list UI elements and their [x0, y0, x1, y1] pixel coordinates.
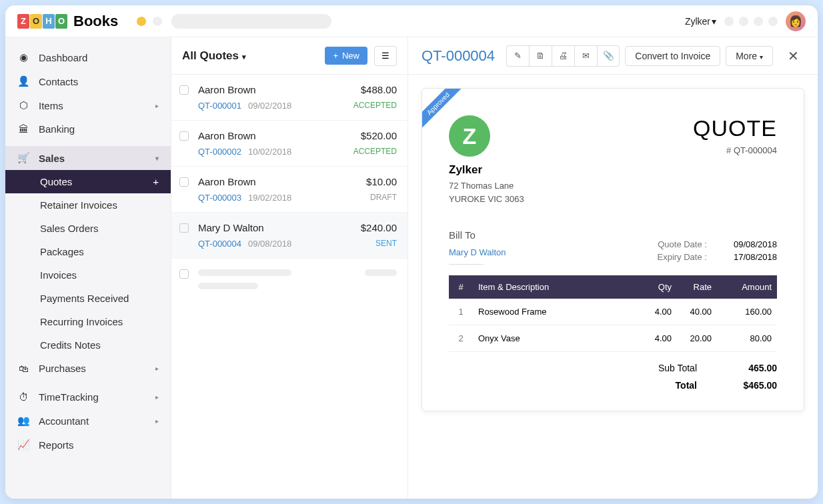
sidebar-item-banking[interactable]: 🏛 Banking	[5, 117, 171, 141]
close-button[interactable]: ✕	[782, 45, 804, 67]
chevron-right-icon: ▸	[155, 417, 159, 425]
close-icon: ✕	[788, 49, 799, 63]
attach-button[interactable]: 📎	[597, 45, 620, 67]
org-switcher[interactable]: Zylker▾	[685, 16, 716, 27]
quote-date-label: Quote Date :	[658, 239, 707, 249]
quote-row[interactable]: Aaron Brown$10.00 QT-00000319/02/2018DRA…	[171, 167, 407, 213]
document-type-heading: QUOTE	[693, 115, 777, 141]
convert-to-invoice-button[interactable]: Convert to Invoice	[625, 46, 720, 66]
header-action[interactable]	[739, 17, 748, 26]
pdf-button[interactable]: 🗎	[529, 45, 552, 67]
hamburger-icon: ☰	[381, 51, 389, 61]
sidebar-item-dashboard[interactable]: ◉ Dashboard	[5, 45, 171, 69]
row-checkbox[interactable]	[179, 131, 189, 141]
detail-header: QT-000004 ✎ 🗎 🖨 ✉ 📎 Convert to Invoice M…	[408, 37, 818, 75]
new-quote-button[interactable]: +New	[325, 47, 367, 65]
header-action[interactable]	[724, 17, 734, 26]
items-icon: ⬡	[17, 99, 29, 111]
list-menu-button[interactable]: ☰	[374, 46, 397, 66]
sidebar-subitem-credit-notes[interactable]: Credits Notes	[5, 333, 171, 357]
global-search[interactable]	[171, 14, 331, 29]
sidebar-subitem-payments-received[interactable]: Payments Received	[5, 287, 171, 310]
cart-icon: 🛒	[17, 152, 29, 164]
list-header: All Quotes ▾ +New ☰	[171, 37, 407, 75]
header-action[interactable]	[768, 17, 778, 26]
sidebar-item-sales[interactable]: 🛒 Sales ▾	[5, 146, 171, 170]
line-items-table: # Item & Description Qty Rate Amount 1 R…	[449, 275, 777, 352]
user-avatar[interactable]: 👩	[786, 11, 806, 31]
sidebar-subitem-sales-orders[interactable]: Sales Orders	[5, 217, 171, 240]
document-number: # QT-000004	[693, 145, 777, 155]
quote-status: ACCEPTED	[353, 101, 397, 111]
bill-to-label: Bill To	[449, 229, 506, 241]
sidebar-subitem-retainer-invoices[interactable]: Retainer Invoices	[5, 193, 171, 217]
quote-document: Approved Z Zylker 72 Thomas Lane YUROKE …	[422, 88, 804, 411]
subtotal-label: Sub Total	[658, 363, 697, 373]
row-checkbox[interactable]	[179, 269, 189, 279]
status-ribbon: Approved	[422, 89, 469, 135]
company-name: Zylker	[449, 163, 524, 177]
item-qty: 4.00	[637, 325, 677, 352]
sidebar-subitem-invoices[interactable]: Invoices	[5, 263, 171, 287]
more-button[interactable]: More ▾	[726, 46, 773, 66]
quote-date-value: 09/08/2018	[734, 239, 777, 249]
sidebar-sub-label: Credits Notes	[40, 339, 101, 351]
email-button[interactable]: ✉	[574, 45, 597, 67]
window-controls	[137, 17, 162, 26]
bill-to-name[interactable]: Mary D Walton	[449, 247, 506, 257]
quote-amount: $520.00	[361, 130, 397, 141]
sidebar: ◉ Dashboard 👤 Contacts ⬡ Items ▸ 🏛 Banki…	[5, 37, 171, 499]
sidebar-subitem-packages[interactable]: Packages	[5, 240, 171, 263]
item-name: Rosewood Frame	[473, 299, 637, 325]
item-amount: 80.00	[717, 325, 777, 352]
sidebar-sub-label: Quotes	[40, 176, 72, 187]
sidebar-item-purchases[interactable]: 🛍 Purchases ▸	[5, 357, 171, 380]
chevron-right-icon: ▸	[155, 102, 159, 109]
sidebar-sub-label: Invoices	[40, 269, 77, 281]
file-icon: 🗎	[536, 51, 545, 61]
header-action[interactable]	[754, 17, 763, 26]
sidebar-item-reports[interactable]: 📈 Reports	[5, 433, 171, 457]
item-rate: 20.00	[677, 325, 717, 352]
sidebar-item-accountant[interactable]: 👥 Accountant ▸	[5, 409, 171, 433]
caret-down-icon: ▾	[242, 53, 246, 61]
add-icon[interactable]: +	[153, 176, 159, 187]
quote-id: QT-000004	[198, 239, 241, 249]
sidebar-item-timetracking[interactable]: ⏱ TimeTracking ▸	[5, 385, 171, 409]
total-value: $465.00	[730, 380, 777, 391]
quote-amount: $10.00	[366, 176, 397, 187]
row-checkbox[interactable]	[179, 177, 189, 187]
edit-button[interactable]: ✎	[506, 45, 529, 67]
list-title[interactable]: All Quotes ▾	[182, 49, 246, 63]
clock-icon: ⏱	[17, 391, 29, 403]
col-item: Item & Description	[473, 275, 637, 299]
row-checkbox[interactable]	[179, 85, 189, 95]
item-qty: 4.00	[637, 299, 677, 325]
col-qty: Qty	[637, 275, 677, 299]
caret-down-icon: ▾	[712, 16, 716, 27]
sidebar-label: TimeTracking	[39, 391, 99, 403]
pencil-icon: ✎	[514, 51, 522, 61]
sidebar-label: Reports	[39, 439, 74, 451]
sidebar-sub-label: Sales Orders	[40, 223, 99, 234]
sidebar-sub-label: Packages	[40, 246, 84, 257]
print-button[interactable]: 🖨	[552, 45, 574, 67]
customer-name: Aaron Brown	[198, 176, 256, 187]
quote-date: 19/02/2018	[248, 193, 291, 203]
line-item-row: 1 Rosewood Frame 4.00 40.00 160.00	[449, 299, 777, 325]
quote-row[interactable]: Aaron Brown$520.00 QT-00000210/02/2018AC…	[171, 121, 407, 167]
quote-detail-panel: QT-000004 ✎ 🗎 🖨 ✉ 📎 Convert to Invoice M…	[407, 37, 818, 499]
sidebar-label: Accountant	[39, 415, 89, 427]
traffic-dot[interactable]	[153, 17, 162, 26]
sidebar-subitem-quotes[interactable]: Quotes +	[5, 170, 171, 193]
sidebar-item-items[interactable]: ⬡ Items ▸	[5, 93, 171, 117]
sidebar-item-contacts[interactable]: 👤 Contacts	[5, 69, 171, 93]
sidebar-subitem-recurring-invoices[interactable]: Recurring Invoices	[5, 310, 171, 333]
row-checkbox[interactable]	[179, 223, 189, 233]
quote-date: 10/02/2018	[248, 147, 291, 157]
app-name: Books	[73, 13, 118, 30]
quote-row[interactable]: Mary D Walton$240.00 QT-00000409/08/2018…	[171, 213, 407, 259]
traffic-dot[interactable]	[137, 17, 146, 26]
quote-row[interactable]: Aaron Brown$488.00 QT-00000109/02/2018AC…	[171, 75, 407, 121]
sidebar-label: Purchases	[39, 363, 86, 374]
